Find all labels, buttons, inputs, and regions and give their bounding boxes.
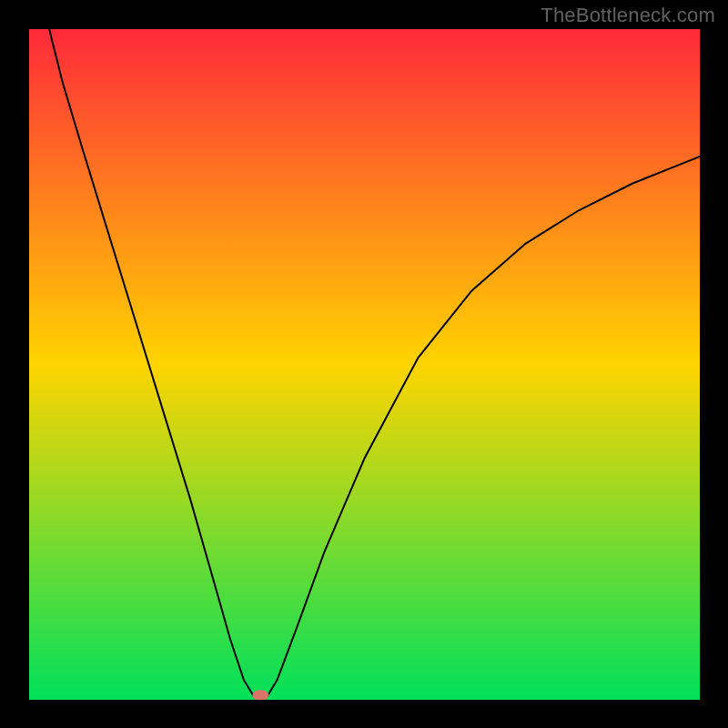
watermark-text: TheBottleneck.com	[541, 4, 715, 27]
bottleneck-chart-svg	[29, 29, 700, 700]
gradient-background	[29, 29, 700, 700]
chart-container: TheBottleneck.com	[0, 0, 728, 728]
